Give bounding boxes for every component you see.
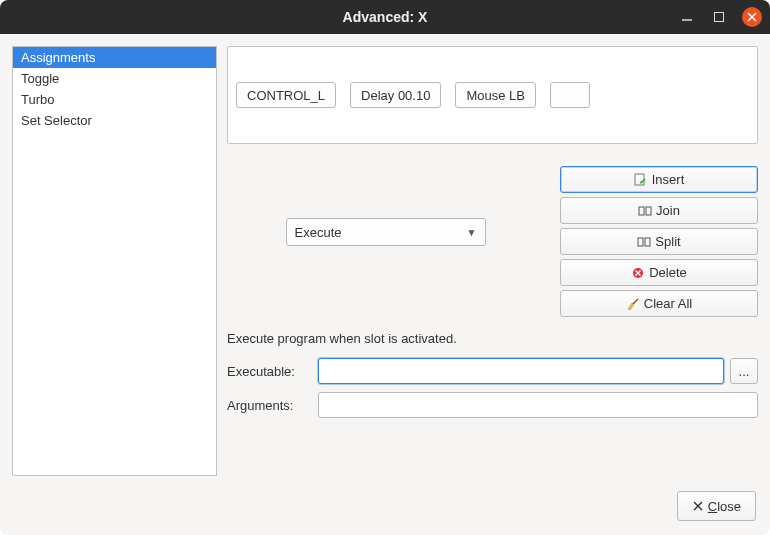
- svg-rect-4: [639, 207, 644, 215]
- join-icon: [638, 204, 652, 218]
- maximize-button[interactable]: [710, 8, 728, 26]
- close-icon: [692, 500, 704, 512]
- arguments-input[interactable]: [318, 392, 758, 418]
- action-type-dropdown[interactable]: Execute ▼: [286, 218, 486, 246]
- close-window-button[interactable]: [742, 7, 762, 27]
- slot-chip[interactable]: Delay 00.10: [350, 82, 441, 108]
- main-panel: CONTROL_L Delay 00.10 Mouse LB Execute ▼: [227, 46, 758, 476]
- clear-all-label: Clear All: [644, 296, 692, 311]
- svg-line-11: [633, 299, 638, 304]
- window-controls: [678, 0, 762, 34]
- action-type-selected: Execute: [295, 225, 342, 240]
- slot-chip[interactable]: CONTROL_L: [236, 82, 336, 108]
- join-label: Join: [656, 203, 680, 218]
- split-icon: [637, 235, 651, 249]
- slot-chip[interactable]: [550, 82, 590, 108]
- sidebar-item-assignments[interactable]: Assignments: [13, 47, 216, 68]
- titlebar: Advanced: X: [0, 0, 770, 34]
- delete-label: Delete: [649, 265, 687, 280]
- svg-rect-7: [645, 238, 650, 246]
- execute-form: Executable: ... Arguments:: [227, 358, 758, 418]
- broom-icon: [626, 297, 640, 311]
- svg-rect-3: [635, 174, 644, 185]
- sidebar-item-turbo[interactable]: Turbo: [13, 89, 216, 110]
- svg-rect-6: [638, 238, 643, 246]
- sidebar: Assignments Toggle Turbo Set Selector: [12, 46, 217, 476]
- client-area: Assignments Toggle Turbo Set Selector CO…: [0, 34, 770, 535]
- delete-icon: [631, 266, 645, 280]
- close-label: Close: [708, 499, 741, 514]
- action-description: Execute program when slot is activated.: [227, 331, 758, 346]
- insert-label: Insert: [652, 172, 685, 187]
- chevron-down-icon: ▼: [467, 227, 477, 238]
- svg-rect-5: [646, 207, 651, 215]
- sidebar-item-toggle[interactable]: Toggle: [13, 68, 216, 89]
- close-button[interactable]: Close: [677, 491, 756, 521]
- insert-icon: [634, 173, 648, 187]
- clear-all-button[interactable]: Clear All: [560, 290, 758, 317]
- split-label: Split: [655, 234, 680, 249]
- insert-button[interactable]: Insert: [560, 166, 758, 193]
- dialog-footer: Close: [677, 491, 756, 521]
- split-button[interactable]: Split: [560, 228, 758, 255]
- browse-executable-button[interactable]: ...: [730, 358, 758, 384]
- window-title: Advanced: X: [0, 9, 770, 25]
- sidebar-item-set-selector[interactable]: Set Selector: [13, 110, 216, 131]
- minimize-button[interactable]: [678, 8, 696, 26]
- delete-button[interactable]: Delete: [560, 259, 758, 286]
- join-button[interactable]: Join: [560, 197, 758, 224]
- arguments-label: Arguments:: [227, 398, 312, 413]
- slot-sequence-box: CONTROL_L Delay 00.10 Mouse LB: [227, 46, 758, 144]
- window: Advanced: X Assignments Toggle Turbo Set…: [0, 0, 770, 535]
- slot-chip[interactable]: Mouse LB: [455, 82, 536, 108]
- executable-label: Executable:: [227, 364, 312, 379]
- executable-input[interactable]: [318, 358, 724, 384]
